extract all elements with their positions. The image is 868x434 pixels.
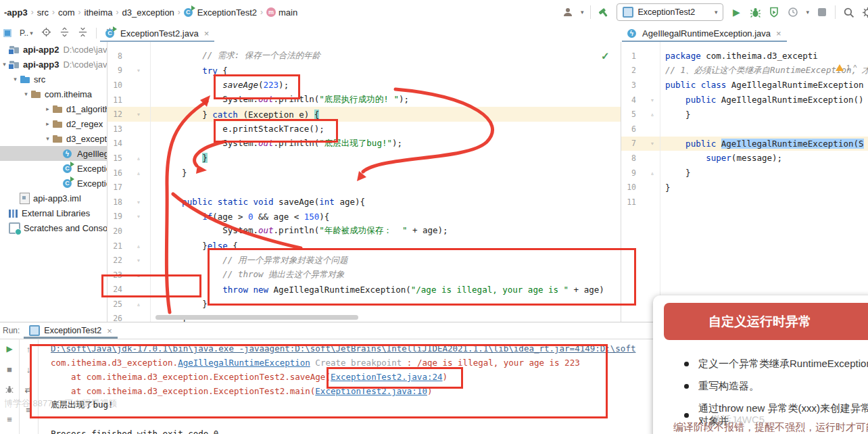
fold-marker[interactable]: ▿ <box>133 199 144 206</box>
fold-marker[interactable]: ▵ <box>133 155 144 162</box>
run-tab[interactable]: ExceptionTest2 × <box>24 322 117 339</box>
pkg-icon <box>52 133 63 144</box>
line-number: 11 <box>107 95 122 105</box>
scroll-to-end-icon[interactable]: ≡ <box>19 400 38 420</box>
console-link[interactable]: ExceptionTest2.java:10 <box>315 386 427 396</box>
tree-item-d3-exception[interactable]: ▾d3_exception <box>0 131 107 146</box>
close-icon[interactable]: × <box>204 28 210 39</box>
debug-button[interactable] <box>749 6 761 18</box>
console-link[interactable]: AgeIllegalRuntimeException <box>178 358 310 368</box>
tree-item-d1-algorithm[interactable]: ▸d1_algorithm <box>0 101 107 116</box>
tree-item-api-app3-iml[interactable]: api-app3.iml <box>0 191 107 206</box>
collapse-widget-caret[interactable]: ^ <box>853 64 857 72</box>
fold-marker[interactable]: ▵ <box>133 272 144 279</box>
line-number: 25 <box>107 299 122 309</box>
project-panel-header: P..▾ <box>0 24 115 42</box>
horizontal-scrollbar[interactable] <box>155 315 358 320</box>
close-icon[interactable]: × <box>107 326 112 336</box>
profiler-dropdown-caret[interactable]: ▾ <box>806 9 809 16</box>
fold-marker[interactable]: ▿ <box>133 257 144 264</box>
fold-marker[interactable]: ▿ <box>133 213 144 220</box>
fold-marker[interactable]: ▿ <box>647 97 658 103</box>
user-dropdown-caret[interactable]: ▾ <box>581 9 584 16</box>
project-tool-window-icon[interactable] <box>3 29 11 37</box>
user-icon[interactable] <box>562 6 574 18</box>
line-number: 6 <box>621 124 636 134</box>
tree-item-src[interactable]: ▾src <box>0 72 107 87</box>
line-number: 2 <box>621 66 636 75</box>
line-number: 7 <box>621 139 636 148</box>
build-hammer-icon[interactable] <box>598 6 610 18</box>
fold-marker[interactable]: ▵ <box>647 111 658 118</box>
breadcrumb-item[interactable]: CExceptionTest2 <box>182 5 259 19</box>
fold-marker[interactable]: ▵ <box>133 301 144 308</box>
tree-item-label: AgeIllega <box>77 149 107 159</box>
tree-item-exception[interactable]: CException <box>0 176 107 191</box>
editor-main[interactable]: 8 // 需求: 保存一个合法的年龄9▿ try {10 saveAge(223… <box>107 42 621 322</box>
tree-item-label: d2_regex <box>66 119 103 129</box>
tree-chevron[interactable]: ▸ <box>43 120 52 127</box>
tree-item-ageillega[interactable]: ϟAgeIllega <box>0 146 107 161</box>
tree-item-exception[interactable]: CException <box>0 161 107 176</box>
soft-wrap-icon[interactable]: ⇄ <box>19 379 38 400</box>
fold-marker[interactable]: ▿ <box>133 111 144 118</box>
collapse-all-icon[interactable] <box>78 27 88 40</box>
fold-marker[interactable]: ▿ <box>133 67 144 74</box>
code-line-12: 12▿ } catch (Exception e) { <box>107 107 621 122</box>
breadcrumb-item[interactable]: com <box>56 6 77 19</box>
console-link[interactable]: ExceptionTest2.java:24 <box>331 372 443 382</box>
tree-item-com-itheima[interactable]: ▾com.itheima <box>0 87 107 101</box>
close-icon[interactable]: × <box>776 28 781 39</box>
code-text: // 需求: 保存一个合法的年龄 <box>162 50 320 62</box>
line-number: 13 <box>107 124 122 134</box>
up-stack-trace-icon[interactable]: ↑ <box>19 339 38 359</box>
breadcrumb-item[interactable]: src <box>35 6 51 19</box>
dump-threads-icon[interactable]: ≡ <box>0 409 19 429</box>
tab-ageillegalruntimeexception-java[interactable]: ϟ AgeIllegalRuntimeException.java × <box>622 24 787 42</box>
locate-file-icon[interactable] <box>41 27 51 40</box>
project-tree[interactable]: api-app2D:\code\javas▾api-app3D:\code\ja… <box>0 42 107 322</box>
tree-item-external-libraries[interactable]: External Libraries <box>0 206 107 220</box>
profiler-button[interactable] <box>787 6 799 18</box>
tree-item-label: api-app2 <box>23 45 59 55</box>
down-stack-trace-icon[interactable]: ↓ <box>19 359 38 379</box>
run-with-coverage-button[interactable] <box>768 6 780 18</box>
editor-secondary[interactable]: 1package com.itheima.d3_excepti2// 1、必须让… <box>621 42 868 322</box>
fold-marker[interactable]: ▵ <box>133 170 144 176</box>
project-view-dropdown[interactable]: P..▾ <box>20 28 33 38</box>
code-line-2: 2// 1、必须让这个类继承自RuntimeException, 才 <box>621 64 868 78</box>
stop-button[interactable] <box>816 6 828 18</box>
stop-button[interactable]: ■ <box>0 359 19 379</box>
breadcrumb-item[interactable]: mmain <box>264 6 299 19</box>
breadcrumb-item[interactable]: d3_exception <box>120 6 176 19</box>
tree-item-scratches-and-consoles[interactable]: Scratches and Consoles <box>0 220 107 235</box>
restart-debug-icon[interactable] <box>0 379 19 400</box>
run-configuration-select[interactable]: ExceptionTest2 ▾ <box>617 3 723 21</box>
toolbar-divider <box>835 5 836 19</box>
breadcrumb-item[interactable]: itheima <box>82 6 115 19</box>
fold-marker[interactable]: ▿ <box>647 140 658 147</box>
warning-icon <box>836 64 844 71</box>
fold-marker[interactable]: ▵ <box>647 170 658 176</box>
tree-chevron[interactable]: ▾ <box>11 76 20 82</box>
tree-chevron[interactable]: ▾ <box>22 91 30 97</box>
search-icon[interactable] <box>842 6 854 18</box>
inspection-ok-check-icon[interactable]: ✓ <box>601 50 610 62</box>
breadcrumb-item[interactable]: -app3 <box>2 6 30 19</box>
tree-item-d2-regex[interactable]: ▸d2_regex <box>0 116 107 131</box>
settings-gear-icon[interactable] <box>861 6 868 18</box>
run-button[interactable]: ▶ <box>730 6 742 18</box>
tree-item-label: api-app3 <box>23 59 59 70</box>
fold-marker[interactable]: ▵ <box>133 243 144 249</box>
code-text: e.printStackTrace(); <box>162 124 324 134</box>
tab-exceptiontest2-java[interactable]: C ExceptionTest2.java × <box>100 24 214 42</box>
tree-chevron[interactable]: ▸ <box>43 105 52 112</box>
tree-item-api-app3[interactable]: ▾api-app3D:\code\javas <box>0 57 107 72</box>
tree-item-api-app2[interactable]: api-app2D:\code\javas <box>0 42 107 57</box>
inspection-warning-widget[interactable]: 1 ^ <box>836 64 857 72</box>
code-line-20: 20 System.out.println("年龄被成功保存： " + age)… <box>107 224 621 239</box>
scratch-icon <box>9 222 20 234</box>
rerun-button[interactable]: ▶ <box>0 339 19 359</box>
tree-chevron[interactable]: ▾ <box>43 135 52 142</box>
expand-all-icon[interactable] <box>59 27 70 40</box>
